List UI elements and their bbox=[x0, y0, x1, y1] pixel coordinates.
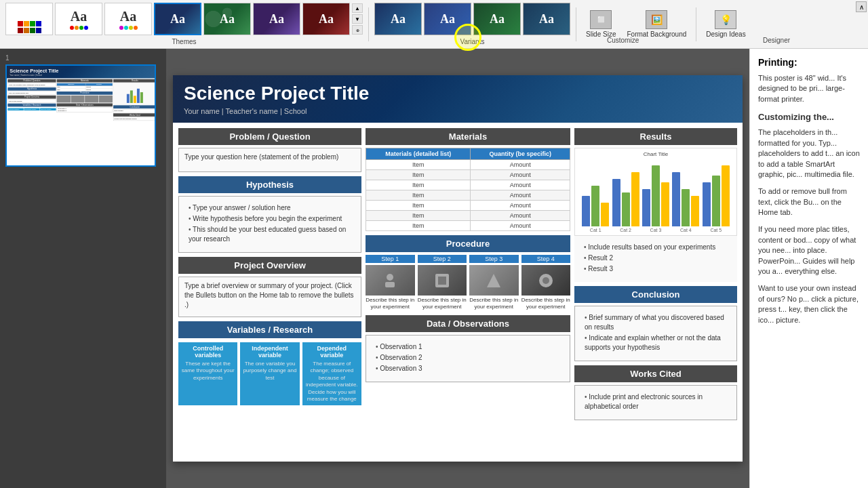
results-header: Results bbox=[574, 128, 737, 145]
controlled-var-title: Controlled variables bbox=[181, 345, 235, 359]
themes-scroll-down[interactable]: ▼ bbox=[352, 14, 363, 24]
bar-group-2 bbox=[612, 172, 639, 226]
item-2: Item bbox=[366, 170, 471, 180]
x-label-1: Cat 1 bbox=[590, 228, 601, 232]
observation-3: Observation 3 bbox=[376, 364, 560, 373]
design-ideas-btn[interactable]: 💡 Design Ideas bbox=[702, 7, 749, 41]
chart-bars bbox=[578, 159, 734, 226]
svg-point-6 bbox=[542, 277, 549, 284]
result-3: Result 3 bbox=[584, 264, 728, 274]
variant-2[interactable]: Aa bbox=[424, 3, 471, 35]
step-1-image bbox=[366, 265, 415, 296]
works-cited-section: Works Cited Include print and electronic… bbox=[574, 365, 737, 420]
svg-marker-4 bbox=[487, 274, 500, 287]
table-row: ItemAmount bbox=[366, 180, 570, 190]
design-ideas-label: Design Ideas bbox=[706, 30, 745, 39]
bar-2-3 bbox=[631, 172, 639, 226]
bar-1-3 bbox=[601, 203, 609, 226]
qty-3: Amount bbox=[471, 180, 570, 190]
result-1: Include results based on your experiment… bbox=[584, 243, 728, 252]
result-2: Result 2 bbox=[584, 253, 728, 263]
item-6: Item bbox=[366, 211, 471, 221]
design-panel-title: Printing: bbox=[758, 57, 860, 68]
chart-x-labels: Cat 1 Cat 2 Cat 3 Cat 4 Cat 5 bbox=[578, 228, 734, 232]
item-4: Item bbox=[366, 190, 471, 201]
bar-group-1 bbox=[582, 186, 609, 226]
theme-6[interactable]: Aa bbox=[253, 3, 300, 35]
project-overview-content: Type a brief overview or summary of your… bbox=[178, 277, 361, 317]
project-overview-section: Project Overview Type a brief overview o… bbox=[178, 257, 361, 317]
step-3-label: Step 3 bbox=[469, 255, 519, 263]
problem-header: Problem / Question bbox=[178, 128, 361, 145]
variables-boxes: Controlled variables These are kept the … bbox=[178, 342, 361, 405]
theme-3[interactable]: Aa bbox=[104, 3, 152, 35]
bar-2-2 bbox=[622, 192, 630, 226]
works-cited-list: Include print and electronic sources in … bbox=[580, 390, 731, 415]
slide-size-btn[interactable]: ⬜ Slide Size bbox=[582, 7, 620, 41]
problem-content: Type your question here (statement of th… bbox=[178, 148, 361, 172]
independent-var-content: The one variable you purposely change an… bbox=[243, 361, 296, 382]
item-5: Item bbox=[366, 201, 471, 211]
independent-var-title: Independent variable bbox=[243, 345, 296, 359]
design-panel-para-4: If you need more plac titles, content or… bbox=[758, 224, 860, 277]
hypothesis-header: Hypothesis bbox=[178, 176, 361, 193]
collapse-ribbon-btn[interactable]: ∧ bbox=[856, 1, 867, 12]
table-row: ItemAmount bbox=[366, 190, 570, 201]
dependent-var-content: The measure of change; observed because … bbox=[305, 361, 359, 403]
procedure-header: Procedure bbox=[366, 235, 570, 252]
theme-4[interactable]: Aa bbox=[154, 3, 201, 35]
materials-table: Materials (detailed list) Quantity (be s… bbox=[366, 148, 570, 231]
bar-4-3 bbox=[691, 196, 699, 226]
bar-group-4 bbox=[672, 172, 699, 226]
step-4-label: Step 4 bbox=[521, 255, 571, 263]
materials-col2: Quantity (be specific) bbox=[471, 148, 570, 160]
design-panel-para-5: Want to use your own instead of ours? No… bbox=[758, 283, 860, 325]
procedure-section: Procedure Step 1 Describe this step in y… bbox=[366, 235, 570, 311]
conclusion-section: Conclusion Brief summary of what you dis… bbox=[574, 286, 737, 361]
slide-canvas[interactable]: Science Project Title Your name | Teache… bbox=[173, 75, 743, 462]
bar-5-2 bbox=[712, 176, 720, 226]
variant-3[interactable]: Aa bbox=[473, 3, 521, 35]
theme-1[interactable] bbox=[5, 3, 53, 35]
observation-1: Observation 1 bbox=[376, 342, 560, 352]
slide-body: Problem / Question Type your question he… bbox=[173, 123, 743, 426]
step-4: Step 4 Describe this step in your experi… bbox=[521, 255, 571, 311]
bar-5-3 bbox=[722, 165, 730, 226]
variant-1[interactable]: Aa bbox=[374, 3, 422, 35]
table-row: ItemAmount bbox=[366, 160, 570, 170]
variables-header: Variables / Research bbox=[178, 321, 361, 338]
design-panel-para-2: The placeholders in th... formatted for … bbox=[758, 127, 860, 180]
dependent-var-title: Depended variable bbox=[305, 345, 359, 359]
step-3-icon bbox=[484, 270, 504, 291]
conclusion-header: Conclusion bbox=[574, 286, 737, 303]
table-row: ItemAmount bbox=[366, 201, 570, 211]
variant-4[interactable]: Aa bbox=[523, 3, 570, 35]
variables-grid: Controlled variables These are kept the … bbox=[178, 342, 361, 405]
hypothesis-bullet-1: Type your answer / solution here bbox=[189, 203, 351, 213]
bar-group-5 bbox=[703, 165, 730, 226]
themes-scroll-more[interactable]: ⊕ bbox=[352, 25, 363, 35]
theme-2[interactable]: Aa bbox=[55, 3, 102, 35]
design-panel-para-1: This poster is 48" wid... It's designed … bbox=[758, 73, 860, 104]
step-2-label: Step 2 bbox=[418, 255, 467, 263]
table-row: ItemAmount bbox=[366, 170, 570, 180]
conclusion-bullet-1: Brief summary of what you discovered bas… bbox=[585, 313, 727, 332]
steps-grid: Step 1 Describe this step in your experi… bbox=[366, 255, 570, 311]
project-overview-header: Project Overview bbox=[178, 257, 361, 274]
x-label-5: Cat 5 bbox=[710, 228, 722, 232]
hypothesis-bullet-2: Write hypothesis before you begin the ex… bbox=[189, 214, 351, 224]
slide-thumbnail-1[interactable]: Science Project Title Your name | Teache… bbox=[5, 64, 161, 167]
left-column: Problem / Question Type your question he… bbox=[178, 128, 361, 420]
format-background-btn[interactable]: 🖼️ Format Background bbox=[623, 7, 690, 41]
theme-5[interactable]: Aa bbox=[203, 3, 251, 35]
step-2-icon bbox=[432, 270, 452, 291]
x-label-3: Cat 3 bbox=[650, 228, 662, 232]
qty-7: Amount bbox=[471, 221, 570, 231]
step-2-desc: Describe this step in your experiment bbox=[418, 297, 467, 311]
problem-section: Problem / Question Type your question he… bbox=[178, 128, 361, 172]
themes-scroll-up[interactable]: ▲ bbox=[352, 3, 363, 13]
themes-label: Themes bbox=[172, 38, 196, 45]
hypothesis-section: Hypothesis Type your answer / solution h… bbox=[178, 176, 361, 253]
slides-panel: 1 Science Project Title Your name | Teac… bbox=[0, 49, 166, 488]
theme-7[interactable]: Aa bbox=[302, 3, 350, 35]
